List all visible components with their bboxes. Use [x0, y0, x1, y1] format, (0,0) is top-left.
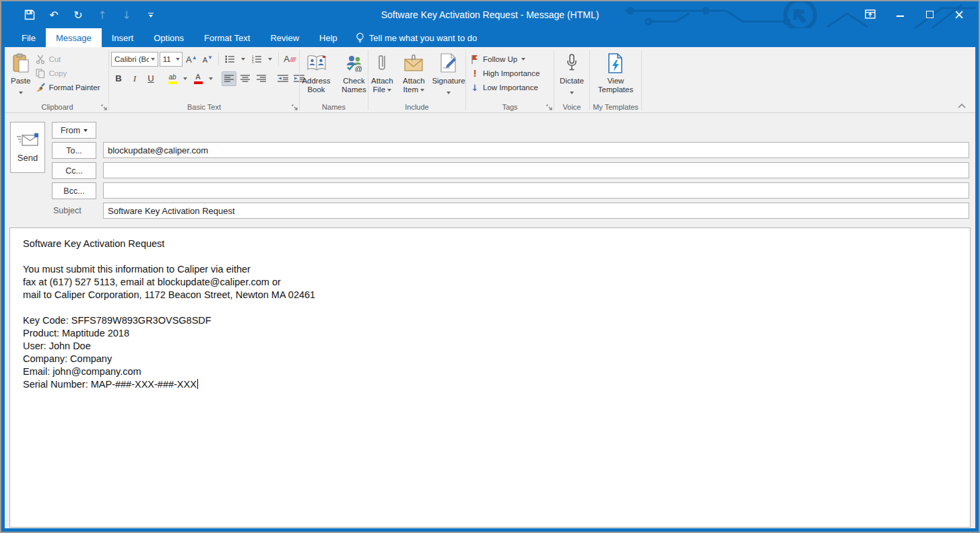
cc-field[interactable] [103, 162, 969, 178]
cut-button: Cut [36, 53, 100, 65]
bold-button[interactable]: B [111, 71, 126, 86]
customize-quick-access-icon[interactable] [142, 6, 160, 24]
tab-message[interactable]: Message [46, 28, 102, 47]
align-center-button[interactable] [238, 71, 253, 86]
grow-font-button[interactable]: A▲ [184, 52, 199, 67]
from-button[interactable]: From [52, 122, 96, 139]
format-painter-icon [36, 83, 45, 92]
font-name-combo[interactable]: Calibri (Bod [111, 52, 158, 67]
to-button[interactable]: To... [52, 142, 96, 159]
collapse-ribbon-icon[interactable] [958, 104, 966, 108]
format-painter-button[interactable]: Format Painter [36, 81, 100, 93]
address-book-button[interactable]: Address Book [296, 50, 337, 101]
clear-formatting-icon: A [284, 55, 296, 63]
dictate-caret[interactable] [570, 86, 574, 98]
paste-icon [12, 52, 30, 75]
minimize-button[interactable] [885, 4, 915, 24]
tab-file[interactable]: File [11, 28, 46, 47]
redo-icon[interactable]: ↻ [69, 6, 87, 24]
check-names-icon: @ [345, 52, 364, 75]
body-line: Serial Number: MAP-###-XXX-###-XXX [23, 378, 956, 391]
subject-field[interactable] [103, 203, 969, 219]
bullets-button[interactable] [222, 52, 237, 67]
tags-dialog-launcher-icon[interactable] [546, 104, 552, 110]
body-line: mail to Caliper Corporation, 1172 Beacon… [23, 289, 956, 301]
message-header: Send From To... Cc... Bcc... Subject [5, 113, 975, 226]
bcc-button[interactable]: Bcc... [52, 182, 96, 199]
outlook-message-window: ↶ ↻ ↑ ↓ Software Key Activation Request … [1, 1, 979, 532]
font-color-caret[interactable] [207, 71, 215, 86]
body-line [23, 301, 956, 314]
tab-review[interactable]: Review [260, 28, 309, 47]
tell-me-label: Tell me what you want to do [369, 33, 477, 43]
attach-item-caret [420, 89, 424, 92]
numbering-icon: 1 2 3 [252, 55, 261, 63]
bcc-field[interactable] [103, 182, 969, 199]
group-voice: Dictate Voice [554, 47, 589, 112]
svg-text:3: 3 [252, 61, 254, 63]
close-button[interactable]: × [944, 4, 974, 24]
tab-insert[interactable]: Insert [102, 28, 144, 47]
to-field[interactable] [103, 142, 969, 158]
font-size-combo[interactable]: 11 [160, 52, 183, 67]
send-button[interactable]: Send [10, 122, 45, 173]
high-importance-button[interactable]: ! High Importance [471, 68, 540, 79]
tab-help[interactable]: Help [309, 28, 348, 47]
numbering-caret[interactable] [265, 52, 275, 67]
attach-file-icon [377, 52, 387, 75]
font-color-icon: A [194, 73, 203, 84]
signature-icon [440, 52, 457, 75]
clear-formatting-button[interactable]: A [282, 52, 297, 67]
body-line [23, 250, 956, 263]
dictate-button[interactable]: Dictate [557, 50, 587, 101]
text-highlight-button[interactable]: ab [165, 71, 180, 86]
follow-up-caret [521, 58, 525, 61]
tell-me-box[interactable]: Tell me what you want to do [356, 28, 477, 47]
body-line: User: John Doe [23, 340, 956, 353]
italic-button[interactable]: I [127, 71, 142, 86]
cc-button[interactable]: Cc... [52, 162, 96, 179]
ribbon-display-options-icon[interactable] [855, 4, 885, 24]
numbering-button[interactable]: 1 2 3 [249, 52, 264, 67]
decrease-indent-button[interactable] [275, 71, 290, 86]
low-importance-button[interactable]: ↓ Low Importance [471, 82, 540, 93]
paste-dropdown-caret[interactable] [19, 86, 23, 98]
bullets-caret[interactable] [238, 52, 248, 67]
text-highlight-caret[interactable] [181, 71, 189, 86]
body-line: Email: john@company.com [23, 365, 956, 378]
from-caret [84, 129, 88, 132]
underline-button[interactable]: U [143, 71, 158, 86]
clipboard-dialog-launcher-icon[interactable] [101, 104, 107, 110]
group-label-voice: Voice [563, 103, 581, 111]
follow-up-flag-icon [471, 55, 479, 64]
attach-item-button[interactable]: Attach Item [398, 50, 429, 101]
message-body-editor[interactable]: Software Key Activation Request You must… [9, 227, 971, 528]
attach-file-button[interactable]: Attach File [366, 50, 398, 101]
high-importance-icon: ! [471, 68, 479, 79]
lightbulb-icon [356, 32, 364, 43]
tab-options[interactable]: Options [143, 28, 194, 47]
group-label-names: Names [322, 103, 346, 111]
shrink-font-button[interactable]: A▼ [200, 52, 215, 67]
ribbon-tabs: File Message Insert Options Format Text … [5, 28, 975, 47]
message-body-container: Software Key Activation Request You must… [5, 226, 975, 528]
copy-icon [36, 69, 45, 78]
maximize-button[interactable] [915, 4, 944, 24]
basic-text-dialog-launcher-icon[interactable] [292, 104, 298, 110]
quick-access-toolbar: ↶ ↻ ↑ ↓ [21, 1, 160, 28]
align-right-button[interactable] [254, 71, 269, 86]
text-highlight-icon: ab [168, 73, 177, 84]
view-templates-button[interactable]: View Templates [593, 50, 638, 101]
save-icon[interactable] [21, 6, 38, 24]
signature-button[interactable]: Signature [429, 50, 467, 101]
paste-button[interactable]: Paste [8, 50, 33, 101]
signature-caret[interactable] [447, 86, 451, 98]
title-bar[interactable]: ↶ ↻ ↑ ↓ Software Key Activation Request … [5, 1, 975, 28]
tab-format-text[interactable]: Format Text [194, 28, 260, 47]
previous-item-icon: ↑ [94, 6, 111, 24]
font-color-button[interactable]: A [191, 71, 205, 86]
align-left-button[interactable] [222, 71, 236, 86]
undo-icon[interactable]: ↶ [45, 6, 63, 24]
follow-up-button[interactable]: Follow Up [471, 54, 540, 65]
view-templates-icon [607, 52, 624, 75]
